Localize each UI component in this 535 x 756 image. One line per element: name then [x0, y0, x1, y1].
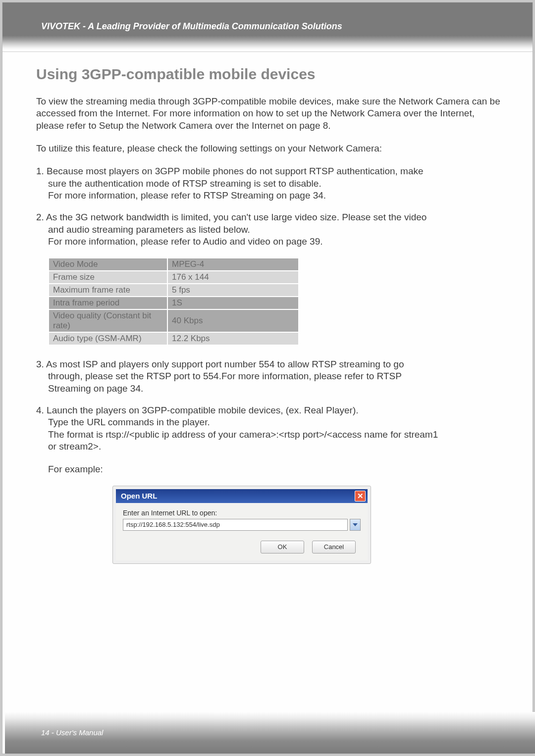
list-item-1-line2: sure the authentication mode of RTSP str…: [36, 178, 504, 190]
dialog-titlebar[interactable]: Open URL ✕: [116, 489, 368, 503]
setting-value: 1S: [167, 297, 299, 309]
table-row: Audio type (GSM-AMR) 12.2 Kbps: [49, 332, 299, 345]
list-item-2-line2: and audio streaming parameters as listed…: [36, 224, 504, 236]
setting-value: 176 x 144: [167, 271, 299, 284]
list-item-1-line1: 1. Because most players on 3GPP mobile p…: [36, 165, 504, 177]
list-item-2: 2. As the 3G network bandwidth is limite…: [36, 211, 504, 248]
list-item-2-line1: 2. As the 3G network bandwidth is limite…: [36, 211, 504, 223]
setting-label: Audio type (GSM-AMR): [49, 332, 167, 345]
table-row: Video Mode MPEG-4: [49, 258, 299, 271]
dialog-body: Enter an Internet URL to open:: [116, 503, 368, 535]
intro-paragraph: To view the streaming media through 3GPP…: [36, 96, 504, 132]
page-footer: 14 - User's Manual: [41, 728, 103, 737]
setting-value: 12.2 Kbps: [167, 332, 299, 345]
header-brand: VIVOTEK - A Leading Provider of Multimed…: [2, 2, 533, 36]
section-title: Using 3GPP-compatible mobile devices: [36, 66, 504, 83]
setting-label: Maximum frame rate: [49, 284, 167, 297]
ok-button[interactable]: OK: [261, 541, 304, 554]
list-item-1-line3: For more information, please refer to RT…: [36, 190, 504, 202]
setting-label: Intra frame period: [49, 297, 167, 309]
setting-label: Video quality (Constant bit rate): [49, 309, 167, 332]
setting-value: MPEG-4: [167, 258, 299, 271]
example-label: For example:: [36, 463, 504, 475]
table-row: Intra frame period 1S: [49, 297, 299, 309]
setting-label: Frame size: [49, 271, 167, 284]
list-item-4-line4: or stream2>.: [36, 441, 504, 453]
list-item-3: 3. As most ISP and players only support …: [36, 358, 504, 395]
page-header: VIVOTEK - A Leading Provider of Multimed…: [2, 2, 533, 36]
open-url-dialog: Open URL ✕ Enter an Internet URL to open…: [112, 486, 371, 564]
list-item-4-line2: Type the URL commands in the player.: [36, 416, 504, 428]
url-field-label: Enter an Internet URL to open:: [123, 509, 361, 517]
url-dropdown-button[interactable]: [350, 519, 361, 531]
cancel-button[interactable]: Cancel: [312, 541, 356, 554]
dialog-title: Open URL: [121, 492, 157, 500]
list-item-2-line3: For more information, please refer to Au…: [36, 236, 504, 248]
chevron-down-icon: [353, 523, 358, 526]
list-item-3-line3: Streaming on page 34.: [36, 383, 504, 395]
setting-value: 5 fps: [167, 284, 299, 297]
url-input[interactable]: [123, 519, 348, 531]
close-icon: ✕: [357, 492, 364, 500]
list-item-3-line1: 3. As most ISP and players only support …: [36, 358, 504, 370]
list-item-3-line2: through, please set the RTSP port to 554…: [36, 370, 504, 382]
close-button[interactable]: ✕: [355, 491, 366, 502]
feature-intro: To utilize this feature, please check th…: [36, 143, 504, 154]
list-item-4-line3: The format is rtsp://<public ip address …: [36, 429, 504, 441]
list-item-1: 1. Because most players on 3GPP mobile p…: [36, 165, 504, 202]
list-item-4-line1: 4. Launch the players on 3GPP-compatible…: [36, 404, 504, 416]
dialog-button-row: OK Cancel: [116, 535, 368, 560]
page-content: Using 3GPP-compatible mobile devices To …: [2, 52, 533, 564]
settings-table: Video Mode MPEG-4 Frame size 176 x 144 M…: [48, 257, 299, 346]
header-gradient: [2, 36, 533, 50]
setting-value: 40 Kbps: [167, 309, 299, 332]
list-item-4: 4. Launch the players on 3GPP-compatible…: [36, 404, 504, 476]
table-row: Video quality (Constant bit rate) 40 Kbp…: [49, 309, 299, 332]
table-row: Maximum frame rate 5 fps: [49, 284, 299, 297]
setting-label: Video Mode: [49, 258, 167, 271]
table-row: Frame size 176 x 144: [49, 271, 299, 284]
document-page: VIVOTEK - A Leading Provider of Multimed…: [2, 2, 533, 754]
